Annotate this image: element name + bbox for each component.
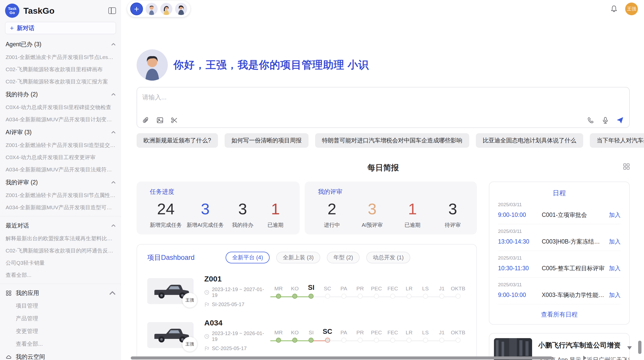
- milestone-label: PEC: [368, 325, 385, 336]
- sidebar-item-cloud-space[interactable]: 我的云空间: [0, 350, 121, 360]
- dashboard-tab[interactable]: 动总开发 (1): [366, 252, 410, 263]
- suggestion-chip[interactable]: 特朗普可能对进口汽车增税会对中国车企造成哪些影响: [315, 133, 469, 148]
- microphone-icon[interactable]: [602, 117, 609, 124]
- join-meeting-link[interactable]: 加入: [609, 238, 621, 246]
- sidebar-task-item[interactable]: C02-飞腾新能源轻客改款项目立项汇报方案: [0, 76, 121, 88]
- sidebar-app-item[interactable]: 项目管理: [0, 299, 121, 312]
- dashboard-tab[interactable]: 全新上装 (3): [276, 252, 320, 263]
- schedule-row: 9:00-10:00X003-车辆动力学性能验...加入: [498, 291, 621, 299]
- sidebar-section-header[interactable]: Agent已办 (3): [0, 38, 121, 51]
- sidebar-task-item[interactable]: C0X4-动力总成开发项目SI里程碑提交物检查: [0, 101, 121, 113]
- project-date-range: 2023-12-19 ~ 2027-01-19: [204, 287, 268, 298]
- milestone-dot-row: [385, 337, 401, 345]
- milestone-track: MRKOSISCPAPRPECFECLRLSJ1OKTB: [270, 325, 466, 345]
- project-image: 王强: [147, 322, 194, 348]
- layout-grid-icon[interactable]: [623, 163, 630, 170]
- sidebar-section-header[interactable]: 我的待办 (2): [0, 88, 121, 101]
- send-icon[interactable]: [617, 117, 624, 124]
- recent-chat-item[interactable]: 查看全部...: [0, 269, 121, 281]
- sidebar-task-item[interactable]: Z001-全新燃油轻卡产品开发项目SI造型提交物评审: [0, 139, 121, 151]
- phone-icon[interactable]: [587, 117, 594, 124]
- chevron-up-icon[interactable]: [111, 181, 115, 184]
- milestone-label: LS: [417, 281, 434, 292]
- user-avatar[interactable]: 王强: [625, 3, 638, 15]
- chat-input[interactable]: 请输入...: [137, 87, 630, 128]
- dashboard-tab[interactable]: 全新平台 (4): [226, 252, 270, 263]
- sidebar-section-label: 我的待办 (2): [6, 91, 38, 98]
- sidebar-task-item[interactable]: A034-全新新能源MUV产品开发项目造型可行性评审: [0, 201, 121, 214]
- dashboard-tab[interactable]: 年型 (2): [327, 252, 360, 263]
- sidebar-app-item[interactable]: 产品管理: [0, 312, 121, 325]
- news-card[interactable]: 小鹏飞行汽车制造公司增资 天眼查 App 显示，近日广州汇天飞行汽...: [489, 333, 630, 360]
- milestone-label: MR: [270, 325, 287, 336]
- sidebar-task-item[interactable]: Z001-全新燃油轻卡产品开发项目SI节点属性5D文件评审: [0, 189, 121, 201]
- stat-item: 3我的待办: [229, 200, 257, 229]
- chevron-up-icon[interactable]: [111, 43, 115, 46]
- stat-card: 我的评审2进行中3AI预评审1已逾期3待评审: [305, 182, 477, 234]
- join-meeting-link[interactable]: 加入: [609, 211, 621, 219]
- recent-chat-item[interactable]: C02-飞腾新能源轻客改款项目的闭环通告反馈情况: [0, 245, 121, 257]
- add-member-button[interactable]: +: [130, 3, 143, 15]
- sidebar-section-label: Agent已办 (3): [6, 40, 41, 48]
- sidebar-app-item[interactable]: 查看全部...: [0, 338, 121, 350]
- schedule-title: 日程: [498, 189, 621, 198]
- sidebar-task-item[interactable]: A034-全新新能源MUV产品开发项目计划变更表编写: [0, 113, 121, 126]
- avatar-illustration: [160, 3, 172, 15]
- sidebar-section-header[interactable]: 我的评审 (2): [0, 176, 121, 189]
- recent-chat-item[interactable]: 公司Q3轻卡销量: [0, 257, 121, 269]
- milestone-dot-row: [401, 337, 417, 345]
- member-avatar-2[interactable]: [160, 3, 172, 15]
- milestone-dot-row: [368, 293, 385, 301]
- new-chat-button[interactable]: + 新对话: [5, 22, 116, 34]
- collapse-sidebar-icon[interactable]: [108, 7, 116, 14]
- notifications-bell-icon[interactable]: [610, 5, 618, 13]
- left-column: 任务进度24新增完成任务3新增AI完成任务3我的待办1已逾期我的评审2进行中3A…: [137, 182, 477, 360]
- member-avatar-1[interactable]: [145, 3, 158, 15]
- milestone-dot-row: [352, 337, 368, 345]
- stat-card: 任务进度24新增完成任务3新增AI完成任务3我的待办1已逾期: [137, 182, 300, 234]
- scroll-right-arrow[interactable]: [583, 356, 587, 360]
- sidebar-item-my-apps[interactable]: 我的应用: [0, 287, 121, 299]
- sidebar-app-item[interactable]: 变更管理: [0, 325, 121, 338]
- divider: [0, 284, 121, 284]
- vertical-scrollbar-thumb[interactable]: [638, 341, 641, 354]
- chevron-up-icon[interactable]: [111, 131, 115, 133]
- app-title: TaskGo: [23, 6, 108, 16]
- chevron-up-icon[interactable]: [111, 224, 115, 227]
- new-chat-label: 新对话: [17, 24, 34, 32]
- topbar: + 王强: [121, 0, 644, 18]
- suggestion-chip[interactable]: 比亚迪全固态电池计划具体说了什么: [476, 133, 583, 148]
- input-placeholder: 请输入...: [142, 93, 167, 101]
- chevron-up-icon[interactable]: [109, 290, 115, 296]
- recent-chat-item[interactable]: 解释最新出台的欧盟报废车法规再生塑料比例被调至15%...: [0, 232, 121, 245]
- view-all-schedule-link[interactable]: 查看所有日程: [498, 304, 621, 325]
- milestone-dot: [276, 294, 281, 299]
- chevron-up-icon[interactable]: [111, 93, 115, 96]
- sidebar-section-header[interactable]: AI评审 (3): [0, 126, 121, 139]
- sidebar-task-item[interactable]: A034-全新新能源MUV产品开发项目法规符合性评审: [0, 163, 121, 176]
- milestone-label: SC: [319, 281, 336, 292]
- suggestion-chip[interactable]: 欧洲新规最近颁布了什么?: [137, 133, 218, 148]
- scroll-down-arrow[interactable]: [627, 346, 632, 350]
- milestone-dot-row: [385, 293, 401, 301]
- milestone-dot-row: [270, 293, 287, 301]
- sidebar-section-header[interactable]: 最近对话: [0, 219, 121, 232]
- sidebar-task-item[interactable]: Z001-全新燃油皮卡产品开发项目SI节点Lesson Learn报告: [0, 51, 121, 63]
- join-meeting-link[interactable]: 加入: [609, 264, 621, 272]
- suggestion-chip[interactable]: 当下年轻人对汽车外观有怎样的喜好趋势: [590, 133, 644, 148]
- milestone-dot: [292, 338, 297, 343]
- scissors-icon[interactable]: [171, 117, 178, 124]
- sidebar-task-item[interactable]: C0X4-动力总成开发项目工程变更评审: [0, 151, 121, 163]
- attachment-icon[interactable]: [142, 117, 149, 124]
- milestone: J1: [434, 281, 450, 301]
- join-meeting-link[interactable]: 加入: [609, 291, 621, 299]
- member-avatar-3[interactable]: [175, 3, 187, 15]
- sidebar-task-item[interactable]: C02-飞腾新能源轻客改款项目里程碑画布: [0, 63, 121, 76]
- input-tools-right: [587, 117, 624, 124]
- suggestion-chip[interactable]: 如何写一份清晰的项目周报: [225, 133, 309, 148]
- horizontal-scrollbar-thumb[interactable]: [131, 356, 552, 359]
- milestone-dot-row: [303, 293, 319, 301]
- stat-value: 3: [358, 200, 386, 218]
- image-icon[interactable]: [156, 117, 164, 124]
- project-code: Z001: [204, 275, 268, 283]
